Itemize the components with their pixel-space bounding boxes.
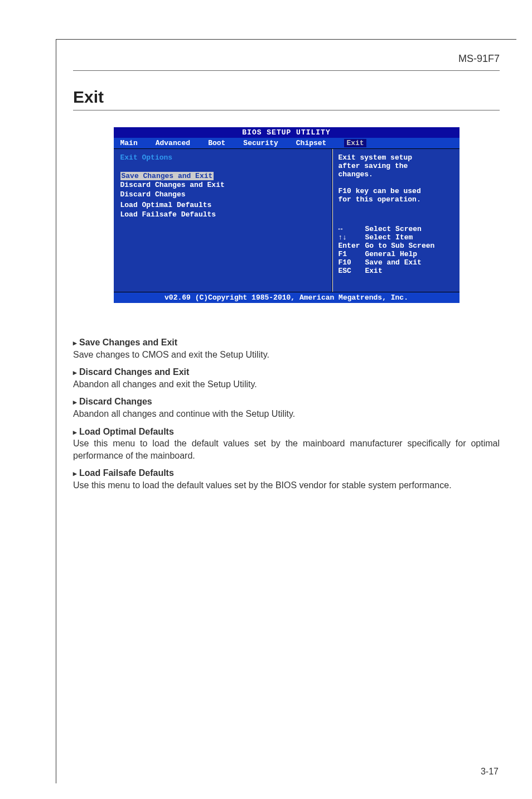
doc-heading-save: Save Changes and Exit bbox=[73, 336, 500, 349]
key-arrows-lr: ↔ bbox=[338, 225, 365, 233]
key-save-exit: Save and Exit bbox=[365, 258, 422, 267]
menu-load-failsafe[interactable]: Load Failsafe Defaults bbox=[120, 210, 325, 219]
key-sub-screen: Go to Sub Screen bbox=[365, 242, 435, 250]
menu-load-optimal[interactable]: Load Optimal Defaults bbox=[120, 200, 325, 210]
bios-footer: v02.69 (C)Copyright 1985-2010, American … bbox=[114, 292, 460, 303]
help-keys: ↔Select Screen ↑↓Select Item EnterGo to … bbox=[338, 225, 454, 275]
bios-window: BIOS SETUP UTILITY Main Advanced Boot Se… bbox=[114, 127, 460, 303]
help-text-2: after saving the bbox=[338, 162, 454, 170]
key-enter: Enter bbox=[338, 242, 365, 250]
key-general-help: General Help bbox=[365, 250, 418, 258]
key-exit: Exit bbox=[365, 267, 383, 275]
bios-title: BIOS SETUP UTILITY bbox=[114, 127, 460, 138]
tab-exit[interactable]: Exit bbox=[344, 139, 366, 147]
bios-help-panel: Exit system setup after saving the chang… bbox=[332, 149, 460, 292]
doc-text-optimal: Use this menu to load the default values… bbox=[73, 437, 500, 461]
help-text-5: for this operation. bbox=[338, 195, 454, 204]
doc-heading-discard: Discard Changes bbox=[73, 396, 500, 408]
menu-discard-changes[interactable]: Discard Changes bbox=[120, 190, 325, 199]
menu-discard-changes-exit[interactable]: Discard Changes and Exit bbox=[120, 180, 325, 190]
tab-chipset[interactable]: Chipset bbox=[296, 139, 337, 147]
bios-left-panel: Exit Options Save Changes and Exit Disca… bbox=[114, 149, 332, 292]
key-esc: ESC bbox=[338, 267, 365, 275]
doc-text-save: Save changes to CMOS and exit the Setup … bbox=[73, 349, 500, 361]
help-text-4: F10 key can be used bbox=[338, 187, 454, 195]
key-f10: F10 bbox=[338, 258, 365, 267]
key-select-item: Select Item bbox=[365, 233, 413, 242]
doc-heading-optimal: Load Optimal Defaults bbox=[73, 426, 500, 438]
tab-security[interactable]: Security bbox=[243, 139, 288, 147]
doc-heading-failsafe: Load Failsafe Defaults bbox=[73, 467, 500, 479]
doc-text-discard: Abandon all changes and continue with th… bbox=[73, 408, 500, 420]
menu-save-changes-exit[interactable]: Save Changes and Exit bbox=[120, 172, 214, 180]
page-number: 3-17 bbox=[481, 767, 499, 777]
bios-tab-bar: Main Advanced Boot Security Chipset Exit bbox=[114, 138, 460, 148]
exit-options-heading: Exit Options bbox=[120, 153, 325, 162]
page-header: MS-91F7 bbox=[73, 53, 500, 71]
key-f1: F1 bbox=[338, 250, 365, 258]
key-select-screen: Select Screen bbox=[365, 225, 422, 233]
page-title: Exit bbox=[73, 88, 500, 110]
doc-heading-discard-exit: Discard Changes and Exit bbox=[73, 366, 500, 378]
tab-boot[interactable]: Boot bbox=[208, 139, 235, 147]
doc-text-failsafe: Use this menu to load the default values… bbox=[73, 479, 500, 492]
tab-advanced[interactable]: Advanced bbox=[156, 139, 200, 147]
doc-text-discard-exit: Abandon all changes and exit the Setup U… bbox=[73, 378, 500, 391]
help-text-3: changes. bbox=[338, 170, 454, 179]
help-text-1: Exit system setup bbox=[338, 153, 454, 162]
tab-main[interactable]: Main bbox=[120, 139, 148, 147]
key-arrows-ud: ↑↓ bbox=[338, 233, 365, 242]
